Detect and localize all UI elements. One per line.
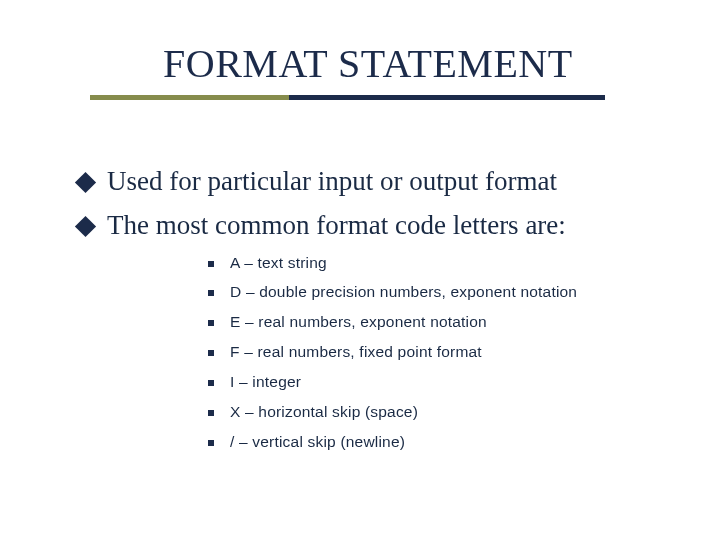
underline-olive bbox=[90, 95, 605, 100]
sub-list: A – text string D – double precision num… bbox=[208, 253, 670, 453]
list-item: I – integer bbox=[208, 372, 670, 393]
diamond-icon bbox=[75, 216, 96, 237]
sub-text: I – integer bbox=[230, 372, 301, 393]
sub-text: X – horizontal skip (space) bbox=[230, 402, 418, 423]
sub-text: D – double precision numbers, exponent n… bbox=[230, 282, 577, 303]
bullet-text: The most common format code letters are: bbox=[107, 209, 566, 243]
square-icon bbox=[208, 440, 214, 446]
square-icon bbox=[208, 320, 214, 326]
underline-navy bbox=[289, 95, 605, 100]
square-icon bbox=[208, 261, 214, 267]
slide: FORMAT STATEMENT Used for particular inp… bbox=[0, 0, 720, 540]
square-icon bbox=[208, 410, 214, 416]
bullet-item: The most common format code letters are: bbox=[78, 209, 670, 243]
bullet-item: Used for particular input or output form… bbox=[78, 165, 670, 199]
diamond-icon bbox=[75, 172, 96, 193]
list-item: D – double precision numbers, exponent n… bbox=[208, 282, 670, 303]
title-block: FORMAT STATEMENT bbox=[163, 40, 653, 105]
body-content: Used for particular input or output form… bbox=[78, 165, 670, 462]
square-icon bbox=[208, 290, 214, 296]
sub-text: F – real numbers, fixed point format bbox=[230, 342, 482, 363]
list-item: F – real numbers, fixed point format bbox=[208, 342, 670, 363]
list-item: / – vertical skip (newline) bbox=[208, 432, 670, 453]
title-underline bbox=[163, 95, 653, 105]
square-icon bbox=[208, 380, 214, 386]
bullet-text: Used for particular input or output form… bbox=[107, 165, 557, 199]
square-icon bbox=[208, 350, 214, 356]
sub-text: A – text string bbox=[230, 253, 327, 274]
list-item: X – horizontal skip (space) bbox=[208, 402, 670, 423]
list-item: E – real numbers, exponent notation bbox=[208, 312, 670, 333]
sub-text: / – vertical skip (newline) bbox=[230, 432, 405, 453]
sub-text: E – real numbers, exponent notation bbox=[230, 312, 487, 333]
list-item: A – text string bbox=[208, 253, 670, 274]
page-title: FORMAT STATEMENT bbox=[163, 40, 653, 87]
